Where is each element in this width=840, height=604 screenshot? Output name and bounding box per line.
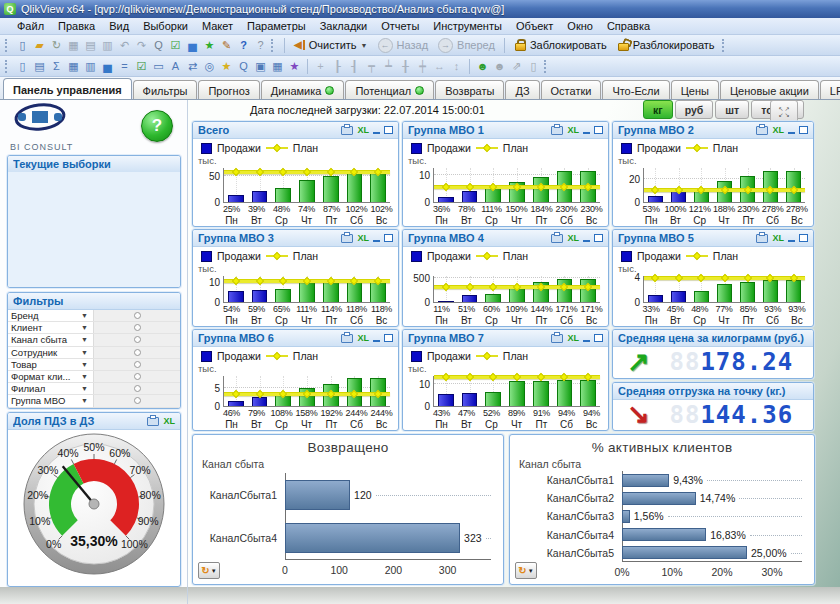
radio-indicator[interactable] (134, 324, 141, 331)
menu-item-2[interactable]: Вид (102, 19, 136, 33)
sales-bar[interactable] (485, 392, 501, 406)
minimize-icon[interactable] (373, 235, 380, 242)
tab-0[interactable]: Панель управления (3, 78, 132, 100)
tab-3[interactable]: Динамика (261, 80, 345, 100)
bookmark-icon[interactable]: ★ (218, 58, 235, 74)
new-document-icon[interactable]: ▯ (14, 37, 31, 53)
menu-item-10[interactable]: Окно (560, 19, 600, 33)
value-bar[interactable] (285, 480, 350, 510)
unlock-button[interactable]: Разблокировать (612, 36, 720, 54)
current-selections-icon[interactable]: ◎ (201, 58, 218, 74)
radio-indicator[interactable] (134, 397, 141, 404)
restore-icon[interactable] (384, 334, 393, 342)
tab-4[interactable]: Потенциал (345, 80, 434, 100)
fast-change-button[interactable]: ↻▼ (198, 562, 220, 579)
sales-bar[interactable] (717, 284, 732, 302)
sales-bar[interactable] (252, 290, 268, 302)
search-object-icon[interactable]: Q (235, 58, 252, 74)
toolbar-grip[interactable] (271, 39, 276, 52)
sales-bar[interactable] (533, 381, 549, 406)
menu-item-3[interactable]: Выборки (136, 19, 195, 33)
sales-bar[interactable] (462, 191, 478, 202)
sales-bar[interactable] (740, 282, 755, 302)
menu-item-4[interactable]: Макет (195, 19, 240, 33)
unit-button-шт[interactable]: шт (715, 100, 749, 119)
menu-item-5[interactable]: Параметры (240, 19, 313, 33)
print-icon[interactable] (551, 234, 563, 243)
print-icon[interactable] (341, 334, 353, 343)
context-help-icon[interactable]: ? (252, 37, 269, 53)
input-box-icon[interactable]: ▥ (82, 58, 99, 74)
clear-button[interactable]: ◀Очистить▼ (289, 36, 373, 54)
tab-2[interactable]: Прогноз (198, 80, 259, 100)
menu-item-7[interactable]: Отчеты (374, 19, 426, 33)
chevron-down-icon[interactable]: ▼ (81, 361, 93, 368)
menu-item-9[interactable]: Объект (509, 19, 560, 33)
report-icon[interactable]: ▯ (525, 58, 542, 74)
tab-5[interactable]: Возвраты (435, 80, 504, 100)
print-icon[interactable] (756, 234, 768, 243)
minimize-icon[interactable] (788, 127, 795, 134)
help-icon[interactable]: ? (235, 37, 252, 53)
restore-icon[interactable] (384, 234, 393, 242)
sales-bar[interactable] (252, 191, 268, 202)
minimize-icon[interactable] (788, 235, 795, 242)
sales-bar[interactable] (299, 180, 315, 202)
sales-bar[interactable] (509, 381, 525, 406)
minimize-icon[interactable] (583, 127, 590, 134)
align-left-icon[interactable]: ┠ (329, 58, 346, 74)
statistics-box-icon[interactable]: Σ (48, 58, 65, 74)
export-excel-icon[interactable]: XL (772, 126, 784, 135)
sales-bar[interactable] (485, 294, 501, 302)
toolbar-grip[interactable] (5, 39, 10, 52)
filter-value-cell[interactable] (93, 334, 180, 345)
export-excel-icon[interactable]: XL (357, 126, 369, 135)
help-button[interactable]: ? (141, 110, 173, 142)
sales-bar[interactable] (347, 172, 363, 202)
sales-bar[interactable] (648, 196, 663, 202)
create-sheet-object-icon[interactable]: ▯ (14, 58, 31, 74)
fast-change-button[interactable]: ↻▼ (515, 562, 537, 579)
align-right-icon[interactable]: ┨ (346, 58, 363, 74)
sales-bar[interactable] (694, 291, 709, 302)
minimize-icon[interactable] (583, 235, 590, 242)
open-folder-icon[interactable]: ▰ (31, 37, 48, 53)
print-icon[interactable] (551, 334, 563, 343)
tab-8[interactable]: Что-Если (602, 80, 669, 100)
print-icon[interactable] (341, 234, 353, 243)
calendar-icon[interactable]: ▦ (269, 58, 286, 74)
restore-icon[interactable] (594, 334, 603, 342)
lock-button[interactable]: Заблокировать (509, 36, 612, 54)
sales-bar[interactable] (323, 176, 339, 202)
multi-box-icon[interactable]: = (116, 58, 133, 74)
sales-bar[interactable] (228, 195, 244, 202)
toolbar-grip[interactable] (722, 39, 727, 52)
center-vertical-icon[interactable]: ┿ (414, 58, 431, 74)
undo-icon[interactable]: ↶ (116, 37, 133, 53)
export-excel-icon[interactable]: XL (567, 126, 579, 135)
radio-indicator[interactable] (134, 336, 141, 343)
chevron-down-icon[interactable]: ▼ (81, 373, 93, 380)
value-bar[interactable] (285, 523, 460, 553)
share-icon[interactable]: ⇗ (508, 58, 525, 74)
restore-icon[interactable] (594, 126, 603, 134)
button-object-icon[interactable]: ▭ (150, 58, 167, 74)
restore-icon[interactable] (799, 126, 808, 134)
sales-bar[interactable] (462, 393, 478, 406)
minimize-icon[interactable] (583, 335, 590, 342)
filter-value-cell[interactable] (93, 310, 180, 321)
restore-icon[interactable] (799, 234, 808, 242)
menu-item-6[interactable]: Закладки (313, 19, 375, 33)
print-icon[interactable] (147, 417, 159, 426)
sales-bar[interactable] (580, 380, 596, 406)
redo-icon[interactable]: ↷ (133, 37, 150, 53)
chevron-down-icon[interactable]: ▼ (81, 324, 93, 331)
value-bar[interactable] (622, 528, 706, 541)
chart-icon[interactable]: ▅ (184, 37, 201, 53)
slider-icon[interactable]: ⇄ (184, 58, 201, 74)
restore-icon[interactable] (594, 234, 603, 242)
minimize-icon[interactable] (373, 335, 380, 342)
favorites-star-icon[interactable]: ★ (201, 37, 218, 53)
toolbar-grip[interactable] (5, 60, 10, 73)
sales-bar[interactable] (786, 280, 801, 302)
